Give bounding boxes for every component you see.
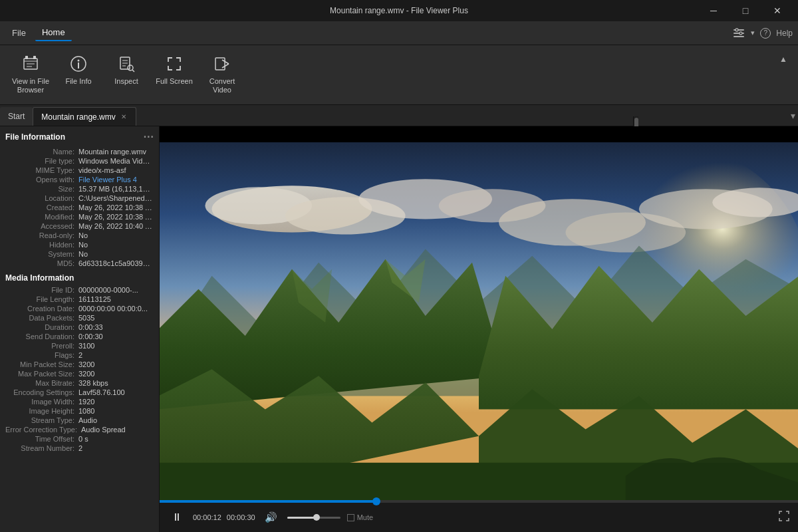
mute-label[interactable]: Mute	[347, 513, 373, 521]
svg-rect-2	[733, 36, 744, 37]
info-value-filetype: Windows Media Video...	[78, 157, 154, 165]
info-value-send-duration: 0:00:30	[78, 332, 103, 340]
info-row-mime: MIME Type: video/x-ms-asf	[0, 166, 159, 175]
info-label-system: System:	[5, 250, 78, 258]
maximize-button[interactable]: □	[730, 0, 761, 21]
convert-video-icon	[211, 53, 233, 74]
ribbon-btn-view-in-file-browser[interactable]: View in FileBrowser	[8, 51, 53, 97]
ribbon-btn-convert-video[interactable]: ConvertVideo	[200, 51, 245, 97]
info-label-mime: MIME Type:	[5, 166, 78, 174]
info-label-md5: MD5:	[5, 259, 78, 267]
info-row-location: Location: C:\Users\SharpenedPr...	[0, 194, 159, 203]
view-in-file-browser-icon	[20, 53, 41, 74]
info-row-encoding-settings: Encoding Settings: Lavf58.76.100	[0, 388, 159, 397]
tab-expand-btn[interactable]: ▾	[791, 110, 795, 121]
help-label[interactable]: Help	[776, 29, 793, 38]
time-display: 00:00:12 00:00:30	[193, 513, 255, 521]
tab-bar: Start Mountain range.wmv ✕ ▾	[0, 105, 798, 126]
info-row-max-packet: Max Packet Size: 3200	[0, 369, 159, 378]
menu-items: File Home	[5, 25, 72, 41]
info-value-md5: 6d63318c1c5a90390ea...	[78, 259, 154, 267]
info-label-hidden: Hidden:	[5, 241, 78, 249]
close-button[interactable]: ✕	[762, 0, 793, 21]
info-label-data-packets: Data Packets:	[5, 314, 78, 322]
info-value-modified: May 26, 2022 10:38 AM	[78, 213, 154, 221]
ribbon-btn-inspect[interactable]: Inspect	[104, 51, 149, 88]
inspect-icon	[116, 53, 137, 74]
info-row-created: Created: May 26, 2022 10:38 AM	[0, 203, 159, 212]
file-info-header: File Information ⋯	[0, 126, 159, 147]
info-label-image-height: Image Height:	[5, 407, 78, 415]
info-row-creation-date: Creation Date: 0000:00:00 00:00:0...	[0, 304, 159, 313]
info-label-stream-type: Stream Type:	[5, 416, 78, 424]
info-value-time-offset: 0 s	[78, 435, 88, 443]
info-label-size: Size:	[5, 185, 78, 193]
panel-more-btn[interactable]: ⋯	[143, 130, 154, 143]
fullscreen-button[interactable]	[778, 510, 790, 525]
settings-icon[interactable]	[732, 27, 745, 40]
info-label-max-packet: Max Packet Size:	[5, 370, 78, 378]
help-icon-circle: ?	[760, 28, 771, 39]
info-value-stream-number: 2	[78, 444, 82, 452]
info-label-error-correction: Error Correction Type:	[5, 426, 81, 434]
tab-mountain[interactable]: Mountain range.wmv ✕	[33, 107, 136, 126]
info-row-max-bitrate: Max Bitrate: 328 kbps	[0, 378, 159, 388]
file-info-scroll[interactable]: Name: Mountain range.wmv File type: Wind…	[0, 147, 159, 532]
info-row-file-length: File Length: 16113125	[0, 295, 159, 304]
info-label-created: Created:	[5, 203, 78, 211]
info-value-readonly: No	[78, 231, 88, 239]
info-label-file-id: File ID:	[5, 286, 78, 294]
info-value-preroll: 3100	[78, 342, 94, 350]
ribbon-label-inspect: Inspect	[114, 77, 138, 86]
svg-point-3	[735, 29, 738, 31]
info-row-data-packets: Data Packets: 5035	[0, 313, 159, 323]
left-panel: File Information ⋯ Name: Mountain range.…	[0, 126, 160, 532]
play-pause-button[interactable]: ⏸	[168, 508, 186, 527]
info-value-system: No	[78, 250, 88, 258]
collapse-ribbon-btn[interactable]: ▲	[777, 53, 790, 65]
info-label-readonly: Read-only:	[5, 231, 78, 239]
video-progress-bar[interactable]	[160, 500, 798, 503]
info-label-modified: Modified:	[5, 213, 78, 221]
ribbon-label-file-info: File Info	[65, 77, 91, 86]
tab-start-label: Start	[8, 112, 25, 121]
video-area[interactable]	[160, 142, 798, 503]
info-value-max-packet: 3200	[78, 370, 94, 378]
info-value-creation-date: 0000:00:00 00:00:0...	[78, 305, 148, 313]
file-info-icon	[68, 53, 89, 74]
menu-item-home[interactable]: Home	[35, 25, 72, 41]
info-label-image-width: Image Width:	[5, 398, 78, 406]
info-value-hidden: No	[78, 241, 88, 249]
info-value-min-packet: 3200	[78, 360, 94, 368]
volume-icon[interactable]: 🔊	[262, 508, 281, 527]
info-value-opens-with: File Viewer Plus 4	[78, 176, 137, 184]
minimize-button[interactable]: ─	[698, 0, 729, 21]
svg-rect-20	[215, 58, 225, 70]
info-value-size: 15.37 MB (16,113,125 b...	[78, 185, 154, 193]
video-controls: ⏸ 00:00:12 00:00:30 🔊 Mute	[160, 503, 798, 532]
ribbon-btn-file-info[interactable]: File Info	[56, 51, 101, 88]
info-row-send-duration: Send Duration: 0:00:30	[0, 332, 159, 341]
mute-checkbox[interactable]	[347, 514, 354, 521]
total-time: 00:00:30	[227, 513, 255, 521]
svg-line-19	[132, 70, 134, 72]
info-value-image-height: 1080	[78, 407, 94, 415]
info-label-flags: Flags:	[5, 351, 78, 359]
info-row-image-height: Image Height: 1080	[0, 406, 159, 416]
menu-item-file[interactable]: File	[5, 25, 33, 41]
svg-point-18	[128, 65, 133, 70]
tab-start[interactable]: Start	[0, 107, 33, 126]
svg-rect-7	[25, 56, 28, 59]
info-label-duration: Duration:	[5, 323, 78, 331]
svg-line-22	[222, 64, 229, 68]
ribbon-label-convert-video: ConvertVideo	[209, 77, 235, 94]
volume-slider[interactable]	[287, 517, 340, 519]
info-row-opens-with: Opens with: File Viewer Plus 4	[0, 175, 159, 184]
ribbon-btn-full-screen[interactable]: Full Screen	[152, 51, 197, 88]
info-row-preroll: Preroll: 3100	[0, 341, 159, 350]
info-label-time-offset: Time Offset:	[5, 435, 78, 443]
info-value-location: C:\Users\SharpenedPr...	[78, 194, 154, 202]
info-value-data-packets: 5035	[78, 314, 94, 322]
info-row-readonly: Read-only: No	[0, 231, 159, 240]
tab-close-btn[interactable]: ✕	[120, 113, 128, 120]
